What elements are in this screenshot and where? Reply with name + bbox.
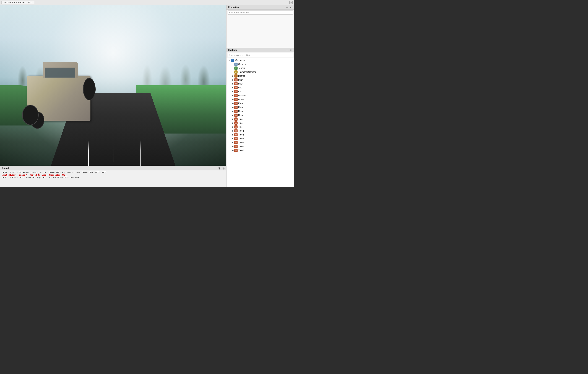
tree-label-beams: Beams	[238, 75, 245, 77]
output-controls: ⚙ ✕	[218, 167, 225, 170]
tree-chevron-tree23[interactable]: ▶	[231, 137, 234, 140]
explorer-close-button[interactable]: ✕	[289, 49, 292, 52]
tree-chevron-camera[interactable]	[231, 63, 234, 66]
tree-icon-beams: ▷	[234, 74, 238, 77]
tree-chevron-bush4[interactable]: ▶	[231, 90, 234, 93]
output-settings-button[interactable]: ⚙	[218, 167, 221, 170]
tree-item-bush3[interactable]: ▶⬡Bush	[227, 86, 294, 90]
tree-item-workspace[interactable]: ▶⬡Workspace	[227, 58, 294, 62]
tree-item-tree24[interactable]: ▶⬡Tree2	[227, 141, 294, 144]
tree-label-terrain: Terrain	[238, 67, 245, 69]
tree-chevron-tree26[interactable]: ▶	[231, 149, 234, 152]
jeep-window	[45, 67, 75, 77]
explorer-panel: Explorer — ✕ ▶⬡Workspace◎Camera▲Terrain◈…	[227, 48, 294, 187]
tree-chevron-thumbnailcamera[interactable]	[231, 71, 234, 73]
properties-close-button[interactable]: ✕	[289, 6, 292, 9]
tree-label-tree3: Tree	[238, 126, 242, 128]
tree-icon-workspace: ⬡	[231, 59, 234, 62]
tab-close-button[interactable]: ×	[31, 1, 32, 4]
tree-item-tree26[interactable]: ▶⬡Tree2	[227, 148, 294, 153]
tree-item-model[interactable]: ▶⬡Model	[227, 98, 294, 101]
explorer-minimize-button[interactable]: —	[286, 49, 289, 52]
tree-icon-bush4: ⬡	[234, 90, 238, 93]
tree-item-thumbnailcamera[interactable]: ◈ThumbnailCamera	[227, 70, 294, 74]
tree-label-camera: Camera	[238, 63, 246, 66]
output-line-0: 16:26:22.497 - DataModel Loading https:/…	[1, 171, 225, 174]
tree-chevron-tree1[interactable]: ▶	[231, 118, 234, 121]
explorer-filter-input[interactable]	[228, 53, 293, 57]
tree-item-rain1[interactable]: ▶⬡Rain	[227, 101, 294, 105]
tree-chevron-tree22[interactable]: ▶	[231, 133, 234, 136]
tree-chevron-tree24[interactable]: ▶	[231, 141, 234, 144]
properties-title: Properties	[228, 6, 239, 9]
tree-chevron-bush2[interactable]: ▶	[231, 82, 234, 85]
tree-item-tree1[interactable]: ▶⬡Tree	[227, 117, 294, 121]
tree-item-beams[interactable]: ▶▷Beams	[227, 74, 294, 78]
right-panel: Properties — ✕ Explorer — ✕ ▶⬡Worksp	[226, 5, 294, 187]
tree-icon-tree21: ⬡	[234, 129, 238, 132]
tree-item-tree21[interactable]: ▶⬡Tree2	[227, 129, 294, 133]
tree-label-rain2: Rain	[238, 106, 243, 109]
tree-chevron-workspace[interactable]: ▶	[228, 59, 231, 62]
tree-label-tree2: Tree	[238, 122, 242, 124]
title-tab[interactable]: alexx5's Place Number: 135 ×	[1, 1, 34, 4]
output-content: 16:26:22.497 - DataModel Loading https:/…	[0, 170, 226, 187]
tree-chevron-rain4[interactable]: ▶	[231, 114, 234, 117]
tree-icon-rain4: ⬡	[234, 114, 238, 117]
tree-chevron-tree2[interactable]: ▶	[231, 121, 234, 124]
tree-item-rain3[interactable]: ▶⬡Rain	[227, 109, 294, 113]
tree-item-exhaust[interactable]: ▶⬡Exhaust	[227, 94, 294, 98]
tree-label-thumbnailcamera: ThumbnailCamera	[238, 71, 256, 73]
tree-item-tree25[interactable]: ▶⬡Tree2	[227, 144, 294, 148]
tree-item-bush1[interactable]: ▶⬡Bush	[227, 78, 294, 82]
tree-item-tree22[interactable]: ▶⬡Tree2	[227, 133, 294, 137]
jeep-spare-tire	[83, 78, 96, 100]
tree-chevron-rain2[interactable]: ▶	[231, 106, 234, 109]
tree-chevron-tree3[interactable]: ▶	[231, 125, 234, 128]
tree-label-tree26: Tree2	[238, 149, 244, 152]
tree-item-terrain[interactable]: ▲Terrain	[227, 66, 294, 70]
tree-item-bush2[interactable]: ▶⬡Bush	[227, 82, 294, 86]
properties-minimize-button[interactable]: —	[286, 6, 289, 9]
tree-item-tree2[interactable]: ▶⬡Tree	[227, 121, 294, 125]
tree-icon-rain1: ⬡	[234, 102, 238, 105]
tree-label-bush1: Bush	[238, 79, 243, 81]
tree-item-rain4[interactable]: ▶⬡Rain	[227, 113, 294, 117]
tree-chevron-bush3[interactable]: ▶	[231, 86, 234, 89]
tree-label-model: Model	[238, 98, 244, 101]
tree-icon-rain3: ⬡	[234, 110, 238, 113]
scene	[0, 5, 226, 165]
tree-label-rain3: Rain	[238, 110, 243, 112]
tree-icon-thumbnailcamera: ◈	[234, 70, 238, 74]
tree-chevron-rain3[interactable]: ▶	[231, 110, 234, 113]
game-viewport[interactable]	[0, 5, 226, 165]
tree-item-bush4[interactable]: ▶⬡Bush	[227, 90, 294, 94]
properties-header: Properties — ✕	[227, 5, 294, 10]
explorer-title: Explorer	[228, 49, 237, 51]
tree-chevron-terrain[interactable]	[231, 67, 234, 69]
output-title: Output	[2, 167, 9, 169]
tree-icon-tree25: ⬡	[234, 145, 238, 148]
tree-chevron-rain1[interactable]: ▶	[231, 102, 234, 105]
output-line-1: 16:26:22.633 - Image "" failed to load: …	[1, 174, 225, 176]
explorer-header: Explorer — ✕	[227, 48, 294, 52]
tree-chevron-tree25[interactable]: ▶	[231, 145, 234, 148]
tree-icon-rain2: ⬡	[234, 106, 238, 109]
maximize-button[interactable]: ❐	[289, 1, 293, 4]
tree-icon-tree1: ⬡	[234, 118, 238, 121]
properties-filter-input[interactable]	[228, 10, 293, 15]
output-close-button[interactable]: ✕	[222, 167, 225, 170]
tree-icon-bush2: ⬡	[234, 82, 238, 85]
tree-chevron-bush1[interactable]: ▶	[231, 78, 234, 81]
tree-chevron-tree21[interactable]: ▶	[231, 129, 234, 132]
tree-icon-tree2: ⬡	[234, 121, 238, 125]
tree-item-camera[interactable]: ◎Camera	[227, 62, 294, 66]
tree-icon-camera: ◎	[234, 63, 238, 66]
tree-chevron-model[interactable]: ▶	[231, 98, 234, 101]
tree-item-tree3[interactable]: ▶⬡Tree	[227, 125, 294, 129]
properties-controls: — ✕	[286, 6, 292, 9]
tree-item-tree23[interactable]: ▶⬡Tree2	[227, 137, 294, 141]
tree-chevron-exhaust[interactable]: ▶	[231, 94, 234, 97]
tree-item-rain2[interactable]: ▶⬡Rain	[227, 105, 294, 109]
tree-chevron-beams[interactable]: ▶	[231, 75, 234, 77]
